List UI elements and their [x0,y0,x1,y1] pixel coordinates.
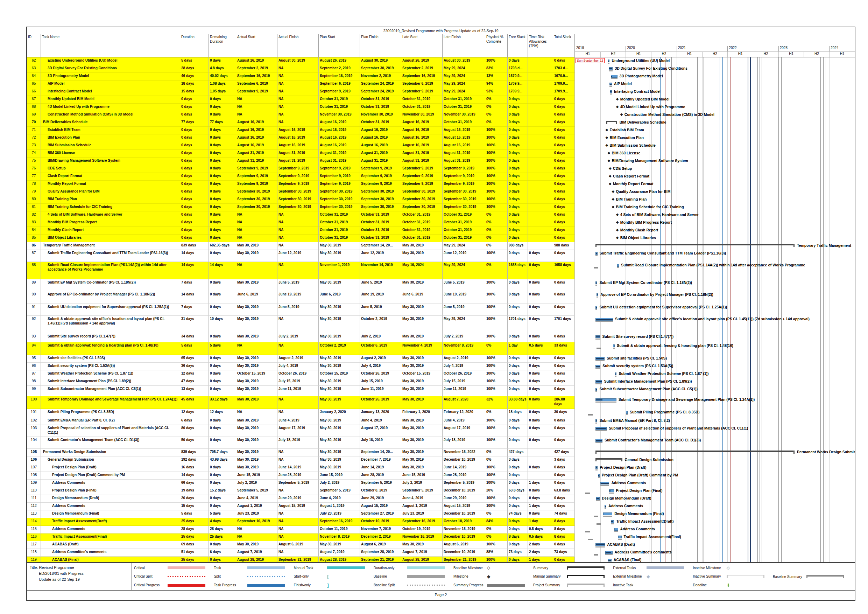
cell-ls: May 30, 2019 [401,437,443,449]
cell-pf: November 7, 2019 [360,526,401,533]
cell-dur: 14 days [180,291,209,304]
cell-dur: 0 days [180,173,209,180]
legend-item-label: Summary [533,566,567,570]
cell-dur: 7 days [180,279,209,291]
gantt-timeline: 201920202021202220232024H1H2H1H2H1H2H1H2… [575,34,855,57]
gantt-bar-label: Quality Assurance Plan for BIM [616,190,670,194]
cell-af: August 30, 2019 [277,58,319,65]
cell-fs: 0 days [508,157,528,165]
cell-id: 114 [27,518,41,526]
cell-name: 3D Digital Survey For Existing Condition… [41,65,180,73]
cell-rem: 0 days [209,304,236,316]
cell-pf: August 6, 2019 [360,541,401,549]
cell-as: September 9, 2019 [236,180,277,188]
cell-pct: 100% [485,165,508,173]
gantt-row-area: Submit Proposal of selection of supplier… [575,425,855,437]
cell-ps: May 30, 2019 [319,425,360,437]
gantt-baseline-bar [596,500,600,501]
cell-tra: 0 days [528,386,553,396]
table-row: 643D Photogrametry Model46 days40.02 day… [27,73,855,81]
cell-fs: 0 days [508,503,528,510]
gantt-bar-label: Submit Temporary Drainage and Sewerage M… [618,397,755,401]
gantt-bar [595,318,613,321]
cell-lf: October 31, 2019 [443,235,485,242]
gantt-report-sheet: 22092019_Revised Programme with Progress… [26,26,856,601]
cell-rem: 0 days [209,472,236,480]
table-row: 62Existing Underground Utilities (UU) Mo… [27,58,855,65]
cell-lf: September 30, 2019 [443,188,485,196]
gantt-baseline-bar [617,267,619,268]
cell-af: September 9, 2019 [277,165,319,173]
gantt-milestone-icon: ◆ [605,135,608,139]
cell-as: May 30, 2019 [236,457,277,464]
cell-pct: 100% [485,472,508,480]
cell-pf: October 31, 2019 [360,119,401,127]
gantt-bar-label: Monthly Clash Report [620,228,659,232]
gantt-baseline-bar [595,339,600,340]
cell-ts: 0 days [553,227,575,235]
legend-item: Critical [134,564,214,572]
cell-pct: 93% [485,88,508,96]
cell-ls: August 26, 2019 [401,58,443,65]
cell-ls: September 9, 2019 [401,180,443,188]
cell-id: 113 [27,510,41,518]
cell-ps: July 2, 2019 [319,480,360,487]
gantt-bar [596,497,600,500]
cell-af: August 31, 2019 [277,157,319,165]
cell-ts: 0 days [553,541,575,549]
cell-dur: 15 days [180,88,209,96]
cell-dur: 25 days [180,518,209,526]
cell-tra [528,73,553,81]
gantt-bar [595,335,600,338]
gantt-row-area: Address Comments [575,526,855,533]
cell-fs: 0 days [508,480,528,487]
cell-fs: 0 days [508,355,528,363]
cell-fs: 0 days [508,556,528,562]
gantt-row-area: ◆Monthly Report Format [575,180,855,188]
legend-item-label: Inactive Task [613,583,646,587]
cell-ps: October 2, 2019 [319,342,360,355]
legend-item: Baseline Milestone◇ [453,564,533,572]
cell-rem: 0 days [209,204,236,211]
gantt-row-area: BIM Deliverables Schedule [575,119,855,127]
cell-as: NA [236,219,277,227]
cell-rem: 682.35 days [209,242,236,250]
gantt-baseline-bar [605,554,612,555]
cell-rem: 0 days [209,556,236,562]
table-row: 104Submit Contractor's Management Team (… [27,437,855,449]
gantt-baseline-bar [615,376,617,377]
gantt-bar-label: BIM Deliverables Schedule [620,120,666,124]
cell-rem: 14 days [209,262,236,279]
cell-ps: August 28, 2019 [319,556,360,562]
cell-as: NA [236,342,277,355]
cell-dur: 45 days [180,396,209,409]
cell-id: 67 [27,96,41,104]
cell-id: 117 [27,541,41,549]
cell-ls: September 2, 2019 [401,65,443,73]
legend-item: Critical Split [134,573,214,580]
legend-item: Project Summary [533,581,613,589]
gantt-bar [597,293,598,296]
cell-id: 90 [27,291,41,304]
cell-af: NA [277,262,319,279]
cell-pct: 100% [485,291,508,304]
cell-tra: 0.5 days [528,526,553,533]
cell-ps: May 30, 2019 [319,378,360,386]
cell-rem: 0 days [209,188,236,196]
cell-fs: 1703 d... [508,65,528,73]
table-row: 119ACABAS (Final)25 days0 daysAugust 28,… [27,556,855,562]
table-row: 94Submit & obtain approval: fencing & ho… [27,342,855,355]
cell-lf: August 16, 2019 [443,127,485,134]
cell-rem: 0 days [209,58,236,65]
gantt-bar [611,75,617,78]
cell-fs: 0 days [508,378,528,386]
table-row: 108Project Design Plan (Draft) Comment b… [27,472,855,480]
cell-ps: July 23, 2019 [319,510,360,518]
gantt-row-area: Submit Piling Programme (PS Cl. 8.35D) [575,409,855,417]
column-header-actual-start: Actual Start [236,34,277,57]
cell-id: 72 [27,134,41,142]
cell-ps: June 4, 2019 [319,495,360,503]
cell-lf: August 31, 2019 [443,150,485,157]
cell-ps: September 16, 2019 [319,518,360,526]
cell-af: NA [277,342,319,355]
